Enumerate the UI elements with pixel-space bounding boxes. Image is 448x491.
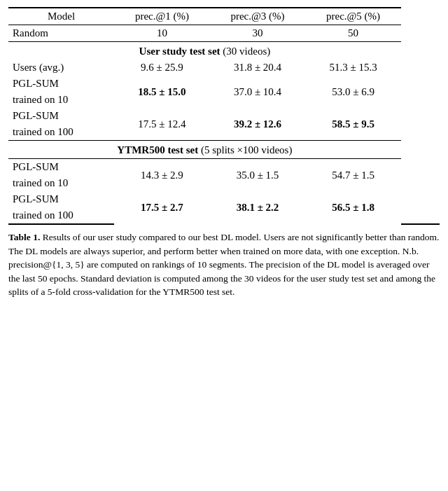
s2-r0-model-line1: PGL-SUM xyxy=(8,159,114,176)
section2-title-bold: YTMR500 test set xyxy=(117,144,198,155)
s2-r1-p1: 17.5 ± 2.7 xyxy=(114,191,210,224)
random-p3: 30 xyxy=(210,25,306,42)
s1-r0-p5: 51.3 ± 15.3 xyxy=(305,60,401,76)
s1-r1-model-line2: trained on 10 xyxy=(8,92,114,108)
s1-r0-p1: 9.6 ± 25.9 xyxy=(114,60,210,76)
s1-row-0: Users (avg.) 9.6 ± 25.9 31.8 ± 20.4 51.3… xyxy=(8,60,440,76)
section1-title-bold: User study test set xyxy=(139,46,220,57)
s2-r0-p3: 35.0 ± 1.5 xyxy=(210,159,306,192)
random-model-label: Random xyxy=(8,25,114,42)
s2-r0-p1: 14.3 ± 2.9 xyxy=(114,159,210,192)
s2-row-1-top: PGL-SUM 17.5 ± 2.7 38.1 ± 2.2 56.5 ± 1.8 xyxy=(8,191,440,207)
s1-r2-p3: 39.2 ± 12.6 xyxy=(210,108,306,141)
s1-r2-model-line1: PGL-SUM xyxy=(8,108,114,124)
random-row: Random 10 30 50 xyxy=(8,25,440,42)
section2-header: YTMR500 test set (5 splits ×100 videos) xyxy=(8,141,440,159)
caption-label: Table 1. xyxy=(8,232,40,242)
s1-r2-p1: 17.5 ± 12.4 xyxy=(114,108,210,141)
s2-r1-model-line1: PGL-SUM xyxy=(8,191,114,207)
s1-r2-model-line2: trained on 100 xyxy=(8,124,114,141)
col-p3: prec.@3 (%) xyxy=(210,8,306,25)
section2-title-suffix: (5 splits ×100 videos) xyxy=(198,144,292,155)
col-p5: prec.@5 (%) xyxy=(305,8,401,25)
random-p1: 10 xyxy=(114,25,210,42)
section1-title-suffix: (30 videos) xyxy=(220,46,271,57)
s2-r0-model-line2: trained on 10 xyxy=(8,175,114,191)
s2-r1-p3: 38.1 ± 2.2 xyxy=(210,191,306,224)
table-header: Model prec.@1 (%) prec.@3 (%) prec.@5 (%… xyxy=(8,8,440,25)
s1-r1-p3: 37.0 ± 10.4 xyxy=(210,76,306,108)
col-p1: prec.@1 (%) xyxy=(114,8,210,25)
random-p5: 50 xyxy=(305,25,401,42)
s1-r1-p1: 18.5 ± 15.0 xyxy=(114,76,210,108)
s1-r2-p5: 58.5 ± 9.5 xyxy=(305,108,401,141)
section1-title: User study test set (30 videos) xyxy=(8,42,401,60)
s2-r0-p5: 54.7 ± 1.5 xyxy=(305,159,401,192)
s1-r1-model-line1: PGL-SUM xyxy=(8,76,114,92)
s1-row-2-top: PGL-SUM 17.5 ± 12.4 39.2 ± 12.6 58.5 ± 9… xyxy=(8,108,440,124)
s1-r0-model: Users (avg.) xyxy=(8,60,114,76)
col-model: Model xyxy=(8,8,114,25)
section1-header: User study test set (30 videos) xyxy=(8,42,440,60)
section2-title: YTMR500 test set (5 splits ×100 videos) xyxy=(8,141,401,159)
caption-text: Results of our user study compared to ou… xyxy=(8,232,439,297)
s2-r1-model-line2: trained on 100 xyxy=(8,207,114,224)
table-caption: Table 1. Results of our user study compa… xyxy=(8,230,440,299)
s1-row-1-top: PGL-SUM 18.5 ± 15.0 37.0 ± 10.4 53.0 ± 6… xyxy=(8,76,440,92)
s2-r1-p5: 56.5 ± 1.8 xyxy=(305,191,401,224)
s1-r0-p3: 31.8 ± 20.4 xyxy=(210,60,306,76)
s1-r1-p5: 53.0 ± 6.9 xyxy=(305,76,401,108)
s2-row-0-top: PGL-SUM 14.3 ± 2.9 35.0 ± 1.5 54.7 ± 1.5 xyxy=(8,159,440,176)
